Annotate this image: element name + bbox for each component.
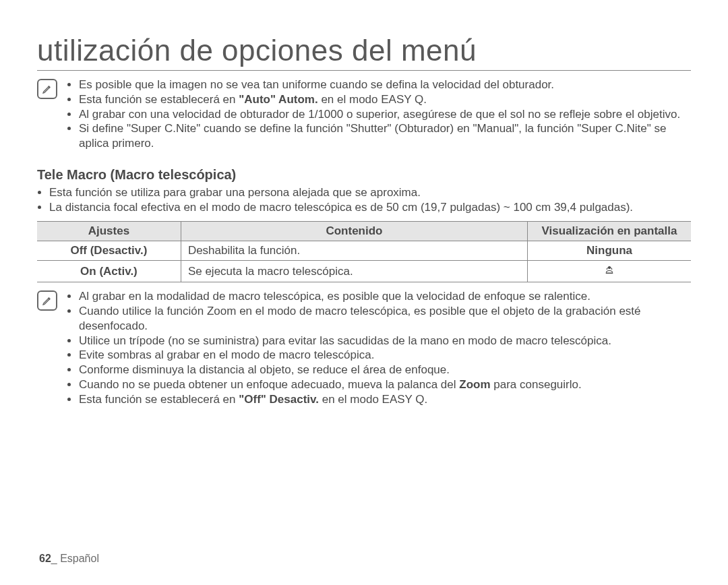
note-text: para conseguirlo. — [491, 378, 582, 391]
note-bold: "Auto" Autom. — [239, 93, 317, 106]
td-display — [528, 261, 692, 282]
note-text: Cuando utilice la función Zoom en el mod… — [79, 305, 641, 332]
svg-rect-1 — [606, 273, 613, 274]
note-text: Cuando no se pueda obtener un enfoque ad… — [79, 378, 459, 391]
section-heading-tele-macro: Tele Macro (Macro telescópica) — [37, 167, 691, 183]
note-list-1: Es posible que la imagen no se vea tan u… — [67, 78, 691, 151]
note-list-2: Al grabar en la modalidad de macro teles… — [67, 289, 691, 406]
th-display: Visualización en pantalla — [528, 222, 692, 241]
note2-item: Conforme disminuya la distancia al objet… — [79, 363, 691, 377]
table-body: Off (Desactiv.)Deshabilita la función.Ni… — [37, 241, 691, 282]
note2-item: Al grabar en la modalidad de macro teles… — [79, 289, 691, 304]
note2-item: Utilice un trípode (no se suministra) pa… — [79, 334, 691, 348]
note-text: Conforme disminuya la distancia al objet… — [79, 363, 450, 376]
note-text: Esta función se establecerá en — [79, 93, 239, 106]
intro-item: Esta función se utiliza para grabar una … — [49, 185, 691, 200]
table-row: On (Activ.)Se ejecuta la macro telescópi… — [37, 261, 691, 282]
td-settings: On (Activ.) — [37, 261, 181, 282]
note-block-1: Es posible que la imagen no se vea tan u… — [37, 78, 691, 151]
th-content: Contenido — [181, 222, 527, 241]
td-content: Deshabilita la función. — [181, 241, 527, 261]
note-pencil-icon — [37, 79, 57, 99]
tele-macro-table: Ajustes Contenido Visualización en panta… — [37, 221, 691, 282]
note2-item: Evite sombras al grabar en el modo de ma… — [79, 348, 691, 363]
td-content: Se ejecuta la macro telescópica. — [181, 261, 527, 282]
note1-item: Es posible que la imagen no se vea tan u… — [79, 78, 691, 92]
page-number: 62 — [39, 553, 51, 564]
td-display: Ninguna — [528, 241, 692, 261]
page-footer: 62_ Español — [39, 553, 99, 565]
note-text: Al grabar con una velocidad de obturador… — [79, 108, 680, 121]
table-header-row: Ajustes Contenido Visualización en panta… — [37, 222, 691, 241]
note-text: Si define "Super C.Nite" cuando se defin… — [79, 122, 666, 150]
page-title: utilización de opciones del menú — [37, 34, 691, 71]
note-text: Es posible que la imagen no se vea tan u… — [79, 78, 554, 91]
note-bold: Zoom — [459, 378, 490, 391]
section-intro-list: Esta función se utiliza para grabar una … — [37, 185, 691, 215]
note2-item: Esta función se establecerá en "Off" Des… — [79, 392, 691, 407]
note2-item: Cuando utilice la función Zoom en el mod… — [79, 304, 691, 334]
note-text: Esta función se establecerá en — [79, 393, 239, 406]
note-bold: "Off" Desactiv. — [239, 393, 319, 406]
td-settings: Off (Desactiv.) — [37, 241, 181, 261]
note-text: en el modo EASY Q. — [319, 393, 427, 406]
display-text: Ninguna — [586, 244, 632, 257]
footer-sep: _ — [51, 553, 60, 564]
tele-macro-icon — [603, 264, 615, 279]
intro-item: La distancia focal efectiva en el modo d… — [49, 200, 691, 215]
manual-page: utilización de opciones del menú Es posi… — [0, 0, 728, 585]
note-block-2: Al grabar en la modalidad de macro teles… — [37, 289, 691, 406]
footer-lang: Español — [60, 553, 99, 564]
note-text: Evite sombras al grabar en el modo de ma… — [79, 348, 374, 361]
note1-item: Al grabar con una velocidad de obturador… — [79, 107, 691, 122]
note1-item: Esta función se establecerá en "Auto" Au… — [79, 92, 691, 107]
note1-item: Si define "Super C.Nite" cuando se defin… — [79, 121, 691, 151]
note-text: Al grabar en la modalidad de macro teles… — [79, 290, 590, 303]
note-pencil-icon — [37, 290, 57, 311]
note2-item: Cuando no se pueda obtener un enfoque ad… — [79, 377, 691, 392]
table-row: Off (Desactiv.)Deshabilita la función.Ni… — [37, 241, 691, 261]
note-text: Utilice un trípode (no se suministra) pa… — [79, 334, 611, 347]
th-settings: Ajustes — [37, 222, 181, 241]
note-text: en el modo EASY Q. — [318, 93, 427, 106]
